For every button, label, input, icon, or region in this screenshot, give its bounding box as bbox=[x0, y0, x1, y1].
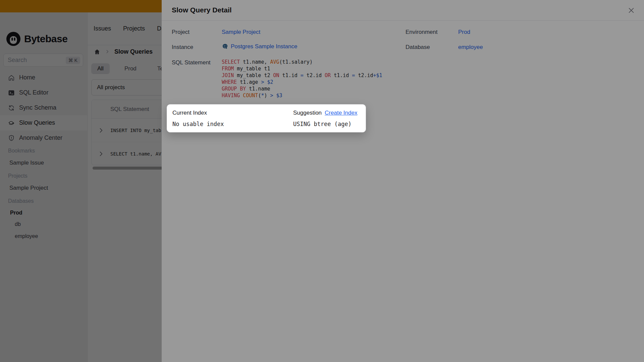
suggestion-value: USING btree (age) bbox=[293, 121, 352, 127]
popover-backdrop bbox=[0, 0, 644, 362]
index-suggestion-popover: Current Index SuggestionCreate Index No … bbox=[167, 104, 366, 132]
current-index-value: No usable index bbox=[172, 121, 224, 127]
current-index-label: Current Index bbox=[172, 110, 207, 116]
suggestion-label: Suggestion bbox=[293, 110, 322, 116]
bytebase-app: Bytebase Search ⌘ K Home SQL Editor Sync… bbox=[0, 0, 644, 362]
create-index-link[interactable]: Create Index bbox=[325, 110, 357, 116]
